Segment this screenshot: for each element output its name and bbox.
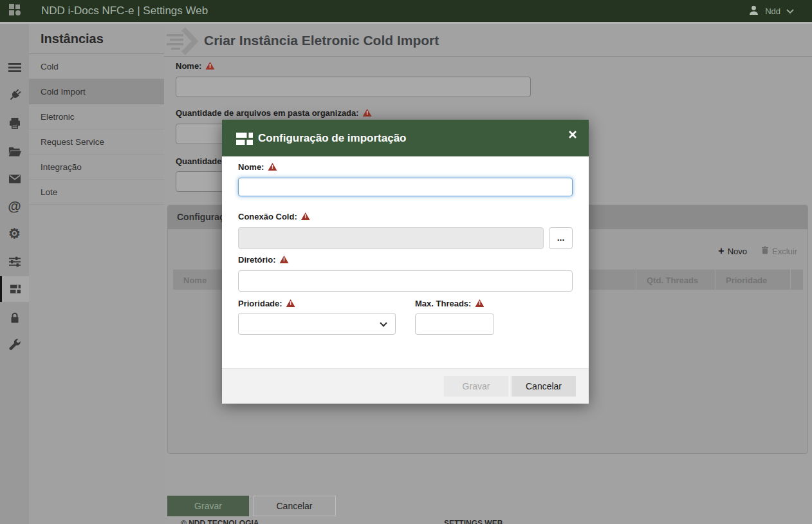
warning-icon [205, 62, 214, 70]
sliders-icon[interactable] [0, 248, 29, 274]
trash-icon [761, 246, 769, 256]
column-header-prioridade[interactable]: Prioridade [715, 270, 790, 290]
user-icon [748, 5, 759, 17]
warning-icon [280, 256, 289, 263]
sidebar-item-integracao[interactable]: Integração [29, 154, 164, 180]
sidebar-title: Instâncias [29, 24, 164, 54]
modal-label-nome: Nome: [238, 162, 277, 172]
sidebar-item-lote[interactable]: Lote [29, 180, 164, 205]
printer-icon[interactable] [0, 110, 29, 136]
modal-diretorio-input[interactable] [238, 270, 573, 292]
instances-sidebar: Instâncias Cold Cold Import Eletronic Re… [29, 24, 164, 524]
modal-prioridade-select[interactable] [238, 313, 396, 335]
plus-icon: + [718, 245, 724, 257]
sidebar-item-cold[interactable]: Cold [29, 54, 164, 79]
app-grid-icon[interactable] [8, 3, 22, 19]
close-icon[interactable] [567, 129, 578, 140]
sidebar-item-cold-import[interactable]: Cold Import [29, 79, 164, 104]
delete-button[interactable]: Excluir [761, 246, 797, 256]
modal-label-prioridade: Prioridade: [238, 299, 295, 308]
chevron-down-icon [786, 6, 794, 16]
cancel-button[interactable]: Cancelar [253, 496, 336, 516]
rows-icon [236, 130, 254, 149]
modal-title: Configuração de importação [258, 120, 406, 156]
modal-header: Configuração de importação [222, 120, 589, 156]
app-title: NDD i-Docs NFC-e | Settings Web [41, 5, 208, 17]
modal-footer: Gravar Cancelar [222, 368, 589, 404]
user-name: Ndd [765, 6, 780, 16]
field-label-qtd-arquivos: Quantidade de arquivos em pasta organiza… [176, 108, 372, 118]
warning-icon [286, 299, 295, 307]
page-header-watermark-icon [165, 26, 203, 59]
warning-icon [301, 212, 310, 220]
footer-copyright: © NDD TECNOLOGIA [181, 519, 259, 524]
plug-icon[interactable] [0, 82, 29, 108]
icon-rail: @ ⚙ [0, 24, 29, 524]
lock-icon[interactable] [0, 304, 29, 330]
envelope-icon[interactable] [0, 165, 29, 191]
menu-icon[interactable] [0, 55, 29, 80]
footer-app-label: SETTINGS WEB [444, 519, 503, 524]
modal-max-threads-input[interactable] [415, 313, 494, 335]
column-header-empty [790, 270, 803, 290]
save-button[interactable]: Gravar [167, 496, 249, 516]
modal-label-conexao: Conexão Cold: [238, 212, 310, 221]
browse-button[interactable]: ... [549, 227, 573, 249]
sidebar-item-eletronic[interactable]: Eletronic [29, 104, 164, 129]
instances-icon-selected[interactable] [0, 276, 29, 302]
modal-cancel-button[interactable]: Cancelar [512, 376, 576, 397]
modal-conexao-input [238, 227, 544, 249]
modal-label-diretorio: Diretório: [238, 255, 289, 265]
column-header-qtd-threads[interactable]: Qtd. Threads [636, 270, 715, 290]
page-header: Criar Instância Eletronic Cold Import [164, 24, 812, 57]
panel-toolbar: + Novo Excluir [718, 245, 797, 257]
sidebar-item-request-service[interactable]: Request Service [29, 129, 164, 154]
import-config-modal: Configuração de importação Nome: Conexão… [222, 120, 589, 404]
user-menu[interactable]: Ndd [748, 0, 794, 22]
warning-icon [268, 163, 277, 171]
modal-label-max-threads: Max. Threads: [415, 299, 484, 308]
wrench-icon[interactable] [0, 332, 29, 358]
top-bar: NDD i-Docs NFC-e | Settings Web Ndd [0, 0, 812, 22]
warning-icon [475, 299, 484, 307]
app-root: NDD i-Docs NFC-e | Settings Web Ndd [0, 0, 812, 524]
gear-icon[interactable]: ⚙ [0, 221, 29, 247]
folder-open-icon[interactable] [0, 138, 29, 164]
field-label-nome: Nome: [176, 61, 214, 71]
new-button[interactable]: + Novo [718, 245, 747, 257]
warning-icon [363, 109, 372, 117]
modal-save-button[interactable]: Gravar [444, 376, 508, 397]
footer: © NDD TECNOLOGIA SETTINGS WEB [164, 519, 812, 524]
modal-nome-input[interactable] [238, 178, 573, 196]
page-title: Criar Instância Eletronic Cold Import [204, 24, 439, 57]
field-label-qtd-partial: Quantidade [176, 156, 222, 166]
chevron-down-icon [380, 319, 387, 326]
nome-input[interactable] [176, 77, 531, 97]
at-sign-icon[interactable]: @ [0, 193, 29, 219]
